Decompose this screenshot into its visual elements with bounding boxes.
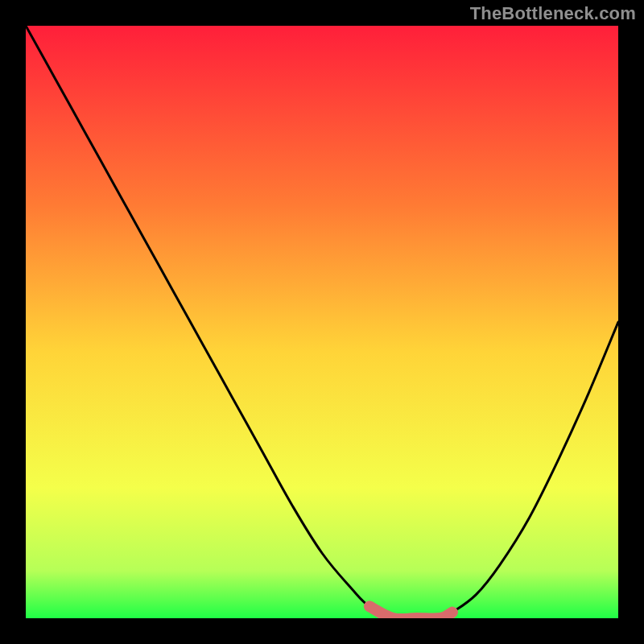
plot-area — [26, 26, 618, 618]
background-gradient — [26, 26, 618, 618]
watermark-text: TheBottleneck.com — [470, 3, 636, 24]
svg-rect-0 — [26, 26, 618, 618]
chart-frame: TheBottleneck.com — [0, 0, 644, 644]
